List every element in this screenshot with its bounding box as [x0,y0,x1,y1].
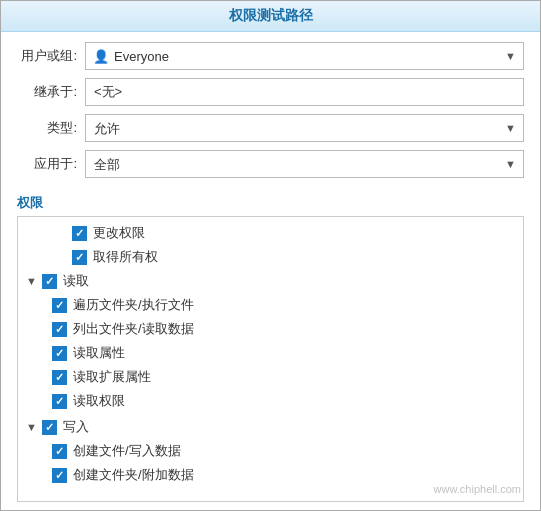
type-select[interactable]: 允许 拒绝 [85,114,524,142]
type-label: 类型: [17,119,85,137]
inherit-row: 继承于: [17,78,524,106]
dialog-title: 权限测试路径 [1,1,540,32]
checkbox-take-ownership[interactable] [72,250,87,265]
checkbox-read[interactable] [42,274,57,289]
perm-text-read-perms: 读取权限 [73,392,125,410]
apply-label: 应用于: [17,155,85,173]
user-group-select-wrapper[interactable]: 👤 Everyone ▼ [85,42,524,70]
perm-group-write: ▼ 写入 创建文件/写入数据 创建文件夹/附加数据 [18,415,523,487]
perm-item-create-folder: 创建文件夹/附加数据 [18,463,523,487]
perm-group-read-header[interactable]: ▼ 读取 [18,269,523,293]
perm-item-change: 更改权限 [18,221,523,245]
expand-write-icon: ▼ [26,421,38,433]
checkbox-traverse[interactable] [52,298,67,313]
checkbox-list-folder[interactable] [52,322,67,337]
perm-item-take-ownership: 取得所有权 [18,245,523,269]
perm-item-read-perms: 读取权限 [18,389,523,413]
checkbox-read-perms[interactable] [52,394,67,409]
inherit-label: 继承于: [17,83,85,101]
perm-item-create-file: 创建文件/写入数据 [18,439,523,463]
checkbox-create-folder[interactable] [52,468,67,483]
perm-text-list-folder: 列出文件夹/读取数据 [73,320,194,338]
perm-text-take-ownership: 取得所有权 [93,248,158,266]
perm-item-read-ext-attrs: 读取扩展属性 [18,365,523,389]
perm-text-write: 写入 [63,418,89,436]
perm-group-read: ▼ 读取 遍历文件夹/执行文件 列出文件夹/读取数据 读取属性 读取扩展属性 [18,269,523,413]
checkbox-change[interactable] [72,226,87,241]
perm-text-create-folder: 创建文件夹/附加数据 [73,466,194,484]
type-select-wrapper[interactable]: 允许 拒绝 ▼ [85,114,524,142]
user-group-select[interactable]: Everyone [85,42,524,70]
perm-text-create-file: 创建文件/写入数据 [73,442,181,460]
user-group-label: 用户或组: [17,47,85,65]
checkbox-create-file[interactable] [52,444,67,459]
apply-row: 应用于: 全部 此文件夹 子文件夹 文件 ▼ [17,150,524,178]
permissions-area: 更改权限 取得所有权 ▼ 读取 遍历文件夹/执行文件 列出文件夹/读取数据 [17,216,524,502]
perm-item-traverse: 遍历文件夹/执行文件 [18,293,523,317]
form-area: 用户或组: 👤 Everyone ▼ 继承于: 类型: 允许 拒绝 ▼ [1,32,540,192]
expand-read-icon: ▼ [26,275,38,287]
dialog: 权限测试路径 用户或组: 👤 Everyone ▼ 继承于: 类型: 允许 [0,0,541,511]
checkbox-write[interactable] [42,420,57,435]
checkbox-read-attrs[interactable] [52,346,67,361]
perm-group-write-header[interactable]: ▼ 写入 [18,415,523,439]
apply-select-wrapper[interactable]: 全部 此文件夹 子文件夹 文件 ▼ [85,150,524,178]
checkbox-read-ext-attrs[interactable] [52,370,67,385]
apply-select[interactable]: 全部 此文件夹 子文件夹 文件 [85,150,524,178]
perm-item-list-folder: 列出文件夹/读取数据 [18,317,523,341]
perm-text-read-attrs: 读取属性 [73,344,125,362]
perm-text-read: 读取 [63,272,89,290]
perm-text-traverse: 遍历文件夹/执行文件 [73,296,194,314]
inherit-input[interactable] [85,78,524,106]
perm-item-read-attrs: 读取属性 [18,341,523,365]
perm-text-read-ext-attrs: 读取扩展属性 [73,368,151,386]
type-row: 类型: 允许 拒绝 ▼ [17,114,524,142]
perm-text-change: 更改权限 [93,224,145,242]
user-group-row: 用户或组: 👤 Everyone ▼ [17,42,524,70]
permissions-section-label: 权限 [1,192,540,216]
